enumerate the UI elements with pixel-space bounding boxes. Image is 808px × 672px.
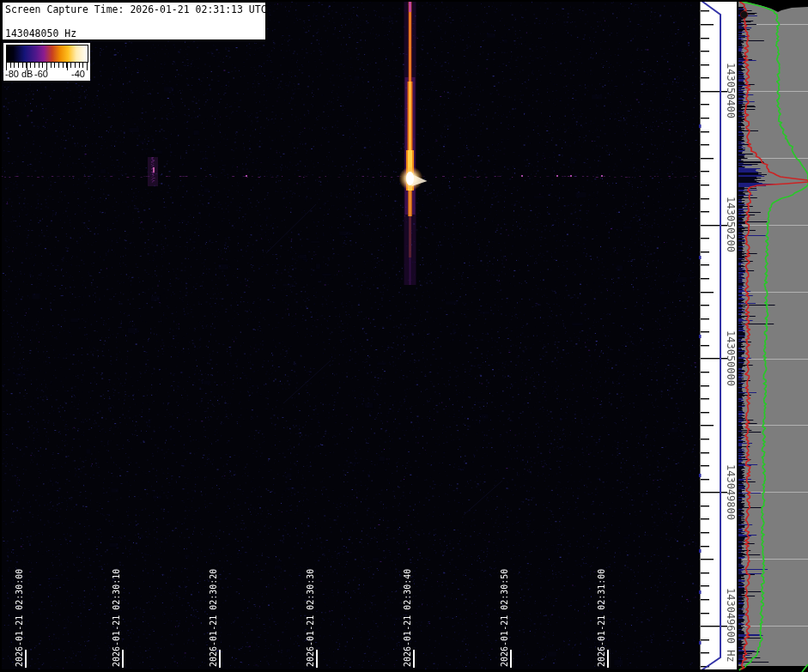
time-tick-mark: [122, 650, 124, 668]
time-label: 2026-01-21 02:30:10: [112, 569, 121, 667]
spectrogram-waterfall: [0, 0, 699, 672]
time-tick-mark: [510, 650, 512, 668]
capture-info-box: Screen Capture Time: 2026-01-21 02:31:13…: [2, 2, 266, 40]
time-tick-mark: [607, 650, 609, 668]
frequency-label: 143050200: [725, 197, 737, 252]
time-label: 2026-01-21 02:30:40: [403, 569, 412, 667]
time-label: 2026-01-21 02:30:30: [306, 569, 315, 667]
time-tick-mark: [219, 650, 221, 668]
frequency-label: 143050000: [725, 330, 737, 386]
colorbar-label-mid: -60: [34, 69, 48, 79]
frequency-label: 143049600 Hz: [725, 588, 737, 663]
colorbar: -80 dB -60 -40: [3, 43, 90, 81]
window-border: [0, 0, 2, 672]
capture-time-text: Screen Capture Time: 2026-01-21 02:31:13…: [5, 3, 267, 15]
time-label: 2026-01-21 02:30:50: [500, 569, 509, 667]
center-frequency-text: 143048050 Hz: [5, 27, 76, 39]
live-spectrum-panel: [738, 0, 808, 672]
time-label: 2026-01-21 02:30:00: [15, 569, 24, 667]
time-tick-mark: [316, 650, 318, 668]
colorbar-label-min: -80 dB: [5, 69, 33, 79]
frequency-label: 143049800: [725, 464, 737, 520]
spectrogram-capture-window: Screen Capture Time: 2026-01-21 02:31:13…: [0, 0, 808, 672]
time-label: 2026-01-21 02:31:00: [597, 569, 606, 667]
time-tick-mark: [25, 650, 27, 668]
window-border: [0, 0, 808, 2]
time-tick-mark: [413, 650, 415, 668]
colorbar-gradient: [6, 45, 88, 63]
colorbar-label-max: -40: [71, 69, 85, 79]
time-label: 2026-01-21 02:30:20: [209, 569, 218, 667]
frequency-label: 143050400: [725, 63, 737, 118]
